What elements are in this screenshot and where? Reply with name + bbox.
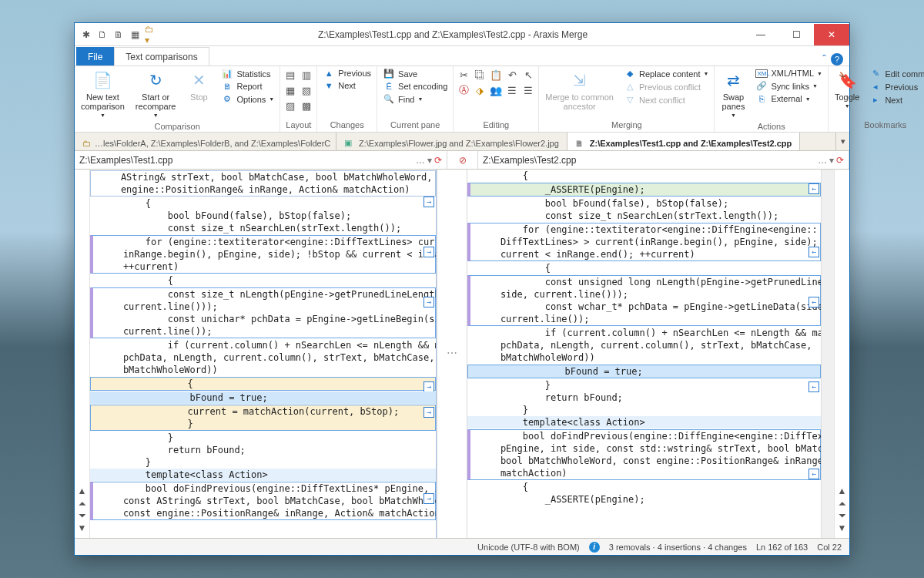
maximize-button[interactable]: ☐ — [778, 24, 814, 45]
replace-content-button[interactable]: ◆Replace content ▼ — [621, 68, 711, 79]
layout-3h-icon[interactable]: ▦ — [283, 83, 297, 97]
pane-right-dropdown-icon[interactable]: ▾ — [829, 155, 834, 166]
merge-left-icon[interactable]: ← — [808, 469, 819, 479]
code-line[interactable]: current.line()); — [470, 313, 820, 325]
edit-comment-button[interactable]: ✎Edit comment — [867, 68, 924, 79]
xml-html-button[interactable]: XMLXML/HTML ▼ — [753, 68, 825, 79]
next-change-button[interactable]: ▼Next — [320, 80, 373, 91]
merge-right-icon[interactable]: → — [424, 407, 434, 418]
toggle-bookmark-button[interactable]: 🔖Toggle▼ — [832, 68, 862, 111]
pane-left-menu-icon[interactable]: … — [416, 155, 425, 166]
code-line[interactable]: { — [90, 274, 436, 287]
tab-file[interactable]: File — [76, 47, 114, 66]
pane-right-refresh-icon[interactable]: ⟳ — [836, 155, 844, 166]
code-line[interactable]: template<class Action> — [467, 416, 821, 428]
pane-left-dropdown-icon[interactable]: ▾ — [427, 155, 432, 166]
code-line[interactable]: } — [467, 404, 821, 416]
code-line[interactable]: } — [91, 418, 435, 430]
doctab-dropdown[interactable]: ▾ — [835, 133, 849, 150]
cursor-icon[interactable]: ↖ — [521, 68, 535, 82]
nav-bottom-icon[interactable]: ▼ — [78, 523, 87, 533]
code-line[interactable]: bFound = true; — [90, 391, 436, 404]
code-line[interactable]: bMatchWholeWord)) — [467, 351, 821, 364]
sync-links-button[interactable]: 🔗Sync links ▼ — [753, 80, 825, 92]
code-line[interactable]: for (engine::textiterator<engine::DiffEn… — [470, 223, 820, 236]
merge-right-icon[interactable]: → — [424, 247, 434, 257]
code-line[interactable]: current.line())); — [93, 301, 435, 313]
report-button[interactable]: 🗎Report — [219, 81, 276, 92]
code-line[interactable]: return bFound; — [90, 444, 436, 456]
layout-h-icon[interactable]: ▤ — [283, 68, 297, 82]
code-line[interactable]: bool doFindPrevious(engine::DiffTextLine… — [93, 482, 435, 495]
layout-3v-icon[interactable]: ▧ — [300, 83, 313, 97]
external-button[interactable]: ⎘External ▼ — [753, 93, 825, 104]
nav-down-icon[interactable]: ⏷ — [838, 510, 847, 521]
code-line[interactable]: const size_t nSearchLen(strText.length()… — [467, 210, 821, 222]
merge-left-icon[interactable]: ← — [808, 247, 819, 257]
nav-down-icon[interactable]: ⏷ — [78, 510, 87, 521]
code-line[interactable]: bool bMatchWholeWord, const engine::Posi… — [470, 455, 820, 467]
code-line[interactable]: { — [467, 481, 821, 493]
new-doc-icon[interactable]: 🗎 — [112, 28, 126, 42]
bookmark-previous-button[interactable]: ◂Previous — [867, 81, 924, 92]
code-line[interactable]: ++current) — [93, 260, 435, 273]
code-line[interactable]: side, current.line())); — [470, 288, 820, 301]
nav-top-icon[interactable]: ▲ — [78, 486, 87, 496]
code-line[interactable]: return bFound; — [467, 391, 821, 404]
new-icon[interactable]: 🗋 — [95, 28, 109, 42]
layout-swap-icon[interactable]: ▨ — [283, 99, 297, 113]
nav-top-icon[interactable]: ▲ — [838, 486, 847, 496]
code-line[interactable]: } — [467, 379, 821, 391]
merge-right-icon[interactable]: → — [424, 493, 434, 504]
bookmark-next-button[interactable]: ▸Next — [867, 94, 924, 106]
find-button[interactable]: 🔍Find ▼ — [380, 93, 450, 105]
edit-a-icon[interactable]: Ⓐ — [457, 83, 470, 97]
calendar-icon[interactable]: ▦ — [128, 28, 142, 42]
code-line[interactable]: } — [90, 432, 436, 444]
code-line[interactable]: inRange.begin(), pEngine, side); !bStop … — [93, 248, 435, 260]
code-line[interactable]: template<class Action> — [90, 469, 436, 481]
minimize-button[interactable]: — — [743, 24, 778, 45]
merge-left-icon[interactable]: ← — [808, 297, 819, 307]
code-line[interactable]: } — [90, 456, 436, 469]
merge-left-icon[interactable]: ← — [808, 183, 819, 194]
code-line[interactable]: pchData, nLength, current.column(), strT… — [467, 339, 821, 351]
code-line[interactable]: { — [91, 378, 435, 390]
nav-bottom-icon[interactable]: ▼ — [838, 523, 847, 533]
doctab-images[interactable]: ▣Z:\Examples\Flower.jpg and Z:\Examples\… — [336, 133, 567, 150]
doctab-text-active[interactable]: 🗎Z:\Examples\Test1.cpp and Z:\Examples\T… — [567, 133, 800, 150]
pane-right[interactable]: { _ASSERTE(pEngine); ← bool bFound(false… — [467, 170, 821, 538]
nav-up-icon[interactable]: ⏶ — [78, 498, 87, 509]
set-encoding-button[interactable]: ĚSet encoding — [380, 81, 450, 92]
pane-right-menu-icon[interactable]: … — [818, 155, 827, 166]
code-line[interactable]: { — [90, 197, 436, 210]
pane-left[interactable]: AString& strText, bool bMatchCase, bool … — [90, 170, 437, 538]
code-line[interactable]: const size_t nSearchLen(strText.length()… — [90, 222, 436, 234]
code-line[interactable]: current < inRange.end(); ++current) — [470, 248, 820, 260]
folder-icon[interactable]: 🗀▾ — [144, 28, 158, 42]
edit-c-icon[interactable]: 👥 — [489, 83, 503, 97]
close-button[interactable]: ✕ — [814, 24, 849, 45]
options-button[interactable]: ⚙Options ▼ — [219, 93, 276, 105]
ribbon-collapse-icon[interactable]: ˆ — [822, 53, 826, 66]
save-button[interactable]: 💾Save — [380, 68, 450, 79]
code-line[interactable]: if (current.column() + nSearchLen <= nLe… — [90, 339, 436, 351]
indent-icon[interactable]: ☰ — [521, 83, 535, 97]
code-line[interactable]: bMatchWholeWord)) — [90, 364, 436, 376]
code-line[interactable]: current.line()); — [93, 325, 435, 338]
help-icon[interactable]: ? — [831, 53, 843, 66]
code-line[interactable]: { — [467, 170, 821, 182]
code-line[interactable]: if (current.column() + nSearchLen <= nLe… — [467, 327, 821, 339]
code-line[interactable]: _ASSERTE(pEngine); — [467, 493, 821, 506]
code-line[interactable]: const engine::PositionRange& inRange, Ac… — [93, 507, 435, 519]
new-text-comparison-button[interactable]: 📄New text comparison▼ — [78, 68, 128, 120]
merge-right-icon[interactable]: → — [424, 197, 434, 207]
copy-icon[interactable]: ⿻ — [473, 68, 487, 82]
code-line[interactable]: DiffTextLines> > current(inRange.begin()… — [470, 236, 820, 248]
code-line[interactable]: matchAction) — [470, 467, 820, 479]
previous-change-button[interactable]: ▲Previous — [320, 68, 373, 79]
code-line[interactable]: bFound = true; — [468, 365, 820, 378]
code-line[interactable]: const AString& strText, bool bMatchCase,… — [93, 495, 435, 507]
code-line[interactable]: bool doFindPrevious(engine::DiffEngine<e… — [470, 430, 820, 442]
doctab-folders[interactable]: 🗀…les\FolderA, Z:\Examples\FolderB, and … — [75, 133, 336, 150]
